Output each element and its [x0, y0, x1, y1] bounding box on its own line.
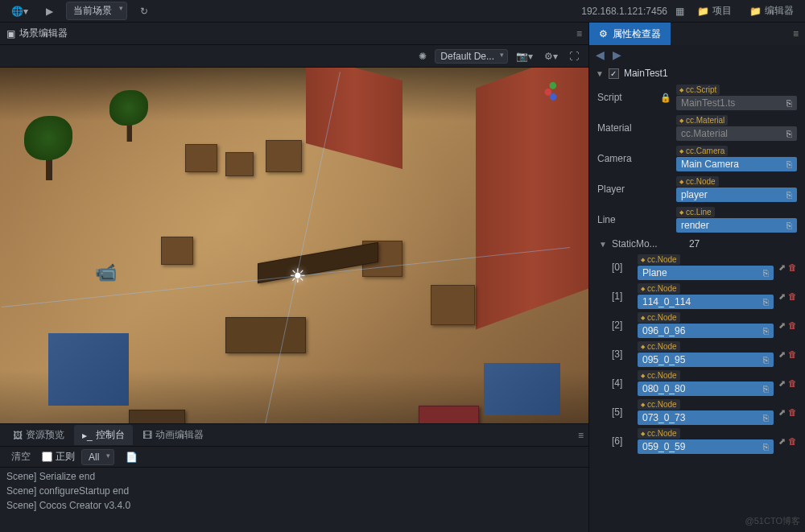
link-icon[interactable]: ⎘ [763, 297, 769, 307]
link-icon[interactable]: ⎘ [763, 442, 769, 452]
delete-icon[interactable]: 🗑 [788, 378, 797, 389]
array-item-value[interactable]: 114_0_114⎘ [638, 295, 774, 309]
link-icon[interactable]: ⎘ [786, 98, 792, 108]
pointer-icon[interactable]: ⬈ [778, 407, 786, 418]
array-item-value[interactable]: Plane⎘ [638, 266, 774, 280]
panel-menu-icon[interactable]: ≡ [578, 430, 584, 441]
nav-back-icon[interactable]: ◀ [596, 48, 605, 61]
link-icon[interactable]: ⎘ [786, 221, 792, 230]
folder-icon: 🖼 [13, 430, 23, 441]
pointer-icon[interactable]: ⬈ [778, 436, 786, 447]
enable-checkbox[interactable]: ✓ [609, 68, 619, 79]
camera-gizmo-icon: 📹 [95, 262, 117, 283]
top-toolbar: 🌐▾ ▶ 当前场景 ↻ 192.168.1.121:7456 ▦ 📁项目 📁编辑… [0, 0, 805, 23]
type-tag: cc.Node [638, 370, 680, 381]
bottom-tabs: 🖼资源预览 ▸_控制台 🎞动画编辑器 ≡ [0, 424, 588, 447]
nav-forward-icon[interactable]: ▶ [613, 48, 621, 61]
type-tag: cc.Node [676, 176, 719, 187]
project-button[interactable]: 📁项目 [692, 2, 737, 20]
link-icon[interactable]: ⎘ [786, 129, 792, 138]
editor-button[interactable]: 📁编辑器 [745, 2, 799, 20]
pointer-icon[interactable]: ⬈ [778, 378, 786, 389]
play-button[interactable]: ▶ [41, 3, 58, 19]
property-value[interactable]: cc.Material⎘ [676, 126, 797, 141]
delete-icon[interactable]: 🗑 [788, 407, 797, 418]
qr-icon[interactable]: ▦ [675, 6, 684, 17]
tab-console[interactable]: ▸_控制台 [74, 425, 133, 445]
panel-menu-icon[interactable]: ≡ [786, 28, 805, 39]
array-item-value[interactable]: 095_0_95⎘ [638, 353, 774, 367]
inspector-tabs: ⚙ 属性检查器 ≡ [589, 23, 805, 45]
type-tag: cc.Node [638, 428, 680, 439]
property-value[interactable]: player⎘ [676, 188, 797, 202]
array-item-row: [1]cc.Node114_0_114⎘⬈🗑 [592, 282, 802, 311]
property-value[interactable]: Main Camera⎘ [676, 157, 797, 171]
link-icon[interactable]: ⎘ [763, 384, 769, 394]
light-gizmo-icon: ☀ [289, 265, 307, 287]
delete-icon[interactable]: 🗑 [788, 320, 797, 331]
type-tag: cc.Node [638, 399, 680, 410]
link-icon[interactable]: ⎘ [763, 268, 769, 278]
array-item-value[interactable]: 080_0_80⎘ [638, 381, 774, 396]
reload-button[interactable]: ↻ [135, 3, 153, 19]
link-icon[interactable]: ⎘ [763, 326, 769, 336]
delete-icon[interactable]: 🗑 [788, 436, 797, 447]
property-label: Player [597, 184, 654, 195]
property-value[interactable]: render⎘ [676, 218, 797, 233]
log-filter-dropdown[interactable]: All [81, 449, 114, 465]
array-item-row: [5]cc.Node073_0_73⎘⬈🗑 [592, 398, 802, 427]
property-value[interactable]: MainTest1.ts⎘ [676, 96, 797, 110]
delete-icon[interactable]: 🗑 [788, 349, 797, 360]
tab-animation[interactable]: 🎞动画编辑器 [134, 425, 212, 445]
scene-viewport[interactable]: 📹 ☀ ●●● [0, 68, 588, 423]
chevron-down-icon[interactable]: ▼ [596, 69, 604, 78]
property-label: Material [597, 122, 654, 134]
array-index: [3] [612, 348, 633, 360]
light-icon[interactable]: ✺ [415, 49, 430, 64]
array-index: [2] [612, 320, 633, 331]
component-name: MainTest1 [624, 68, 668, 79]
array-item-value[interactable]: 059_0_59⎘ [638, 439, 774, 454]
globe-icon[interactable]: 🌐▾ [6, 3, 33, 19]
pointer-icon[interactable]: ⬈ [778, 349, 786, 360]
delete-icon[interactable]: 🗑 [788, 291, 797, 302]
pointer-icon[interactable]: ⬈ [778, 291, 786, 302]
regex-checkbox[interactable]: 正则 [42, 450, 75, 464]
axis-gizmo[interactable]: ●●● [543, 82, 572, 101]
type-tag: cc.Node [638, 312, 680, 323]
link-icon[interactable]: ⎘ [763, 413, 769, 423]
array-item-value[interactable]: 096_0_96⎘ [638, 324, 774, 338]
scene-dropdown[interactable]: 当前场景 [66, 2, 127, 20]
array-item-value[interactable]: 073_0_73⎘ [638, 410, 774, 425]
lock-icon[interactable]: 🔒 [660, 93, 670, 103]
tab-assets[interactable]: 🖼资源预览 [5, 425, 72, 445]
pointer-icon[interactable]: ⬈ [778, 320, 786, 331]
link-icon[interactable]: ⎘ [786, 159, 792, 169]
link-icon[interactable]: ⎘ [763, 355, 769, 365]
scene-mode-dropdown[interactable]: Default De... [435, 49, 508, 64]
log-line: Scene] configureStartup end [6, 484, 582, 498]
scene-editor-header: ▣ 场景编辑器 ≡ [0, 23, 588, 45]
scene-toolbar: ✺ Default De... 📷▾ ⚙▾ ⛶ [0, 45, 588, 68]
gear-icon[interactable]: ⚙▾ [541, 49, 561, 64]
pointer-icon[interactable]: ⬈ [778, 262, 786, 273]
film-icon: 🎞 [142, 430, 152, 441]
array-index: [0] [612, 262, 633, 273]
inspector-tab[interactable]: ⚙ 属性检查器 [589, 23, 671, 45]
clear-button[interactable]: 清空 [6, 447, 35, 466]
property-row: Materialcc.Materialcc.Material⎘ [592, 113, 802, 143]
type-tag: cc.Line [676, 207, 715, 217]
property-row: Script🔒cc.ScriptMainTest1.ts⎘ [592, 82, 802, 113]
property-label: StaticMo... [612, 238, 684, 250]
delete-icon[interactable]: 🗑 [788, 262, 797, 273]
link-icon[interactable]: ⎘ [786, 190, 792, 200]
panel-menu-icon[interactable]: ≡ [576, 28, 582, 39]
cam-toggle-icon[interactable]: 📷▾ [513, 49, 536, 64]
capture-icon[interactable]: ⛶ [566, 49, 582, 64]
array-item-row: [4]cc.Node080_0_80⎘⬈🗑 [592, 369, 802, 398]
copy-icon[interactable]: 📄 [121, 449, 142, 465]
console-log[interactable]: Scene] Serialize end Scene] configureSta… [0, 468, 588, 532]
component-header: ▼ ✓ MainTest1 [589, 64, 805, 82]
chevron-down-icon[interactable]: ▼ [599, 240, 607, 249]
property-label: Camera [597, 153, 654, 164]
